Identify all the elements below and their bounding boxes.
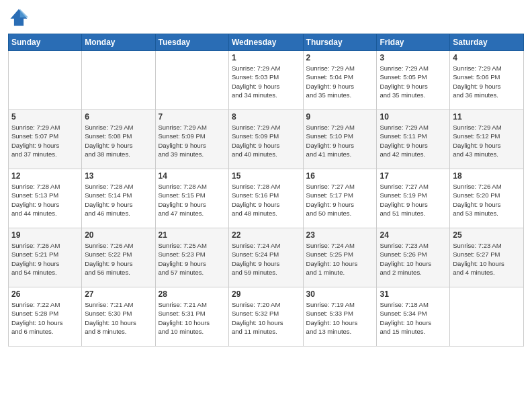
calendar-container: SundayMondayTuesdayWednesdayThursdayFrid… xyxy=(0,0,532,411)
day-info: Sunrise: 7:26 AM Sunset: 5:22 PM Dayligh… xyxy=(85,241,152,277)
day-info: Sunrise: 7:24 AM Sunset: 5:24 PM Dayligh… xyxy=(232,241,300,277)
day-number: 31 xyxy=(380,289,447,299)
day-info: Sunrise: 7:28 AM Sunset: 5:15 PM Dayligh… xyxy=(159,182,226,218)
day-number: 9 xyxy=(306,112,374,122)
day-number: 7 xyxy=(159,112,226,122)
day-info: Sunrise: 7:29 AM Sunset: 5:07 PM Dayligh… xyxy=(11,123,79,158)
calendar-cell: 30Sunrise: 7:19 AM Sunset: 5:33 PM Dayli… xyxy=(303,287,377,347)
day-info: Sunrise: 7:29 AM Sunset: 5:10 PM Dayligh… xyxy=(306,123,374,158)
day-info: Sunrise: 7:24 AM Sunset: 5:25 PM Dayligh… xyxy=(306,241,374,277)
calendar-cell: 23Sunrise: 7:24 AM Sunset: 5:25 PM Dayli… xyxy=(303,228,377,287)
day-number: 21 xyxy=(159,230,226,240)
day-info: Sunrise: 7:22 AM Sunset: 5:28 PM Dayligh… xyxy=(11,300,79,336)
weekday-header-row: SundayMondayTuesdayWednesdayThursdayFrid… xyxy=(9,34,524,51)
day-info: Sunrise: 7:29 AM Sunset: 5:11 PM Dayligh… xyxy=(380,123,447,158)
calendar-cell: 12Sunrise: 7:28 AM Sunset: 5:13 PM Dayli… xyxy=(9,169,82,228)
calendar-cell: 10Sunrise: 7:29 AM Sunset: 5:11 PM Dayli… xyxy=(377,110,450,169)
day-number: 3 xyxy=(380,53,447,62)
calendar-cell: 19Sunrise: 7:26 AM Sunset: 5:21 PM Dayli… xyxy=(9,228,82,287)
calendar-cell: 31Sunrise: 7:18 AM Sunset: 5:34 PM Dayli… xyxy=(377,287,450,347)
day-number: 27 xyxy=(85,289,152,299)
day-info: Sunrise: 7:28 AM Sunset: 5:16 PM Dayligh… xyxy=(232,182,300,218)
day-number: 16 xyxy=(306,171,374,181)
day-number: 19 xyxy=(11,230,79,240)
day-info: Sunrise: 7:29 AM Sunset: 5:08 PM Dayligh… xyxy=(85,123,152,158)
day-info: Sunrise: 7:29 AM Sunset: 5:03 PM Dayligh… xyxy=(232,64,300,99)
calendar-cell: 27Sunrise: 7:21 AM Sunset: 5:30 PM Dayli… xyxy=(82,287,155,347)
day-info: Sunrise: 7:26 AM Sunset: 5:21 PM Dayligh… xyxy=(11,241,79,277)
weekday-header: Wednesday xyxy=(228,34,303,51)
day-info: Sunrise: 7:19 AM Sunset: 5:33 PM Dayligh… xyxy=(306,300,374,336)
calendar-cell: 3Sunrise: 7:29 AM Sunset: 5:05 PM Daylig… xyxy=(377,51,450,110)
calendar-cell: 13Sunrise: 7:28 AM Sunset: 5:14 PM Dayli… xyxy=(82,169,155,228)
calendar-cell xyxy=(82,51,155,110)
calendar-week-row: 5Sunrise: 7:29 AM Sunset: 5:07 PM Daylig… xyxy=(9,110,524,169)
calendar-cell: 22Sunrise: 7:24 AM Sunset: 5:24 PM Dayli… xyxy=(228,228,303,287)
day-number: 24 xyxy=(380,230,447,240)
weekday-header: Saturday xyxy=(450,34,524,51)
day-number: 17 xyxy=(380,171,447,181)
day-info: Sunrise: 7:28 AM Sunset: 5:14 PM Dayligh… xyxy=(85,182,152,218)
calendar-cell: 5Sunrise: 7:29 AM Sunset: 5:07 PM Daylig… xyxy=(9,110,82,169)
calendar-week-row: 12Sunrise: 7:28 AM Sunset: 5:13 PM Dayli… xyxy=(9,169,524,228)
calendar-cell: 14Sunrise: 7:28 AM Sunset: 5:15 PM Dayli… xyxy=(155,169,228,228)
day-info: Sunrise: 7:28 AM Sunset: 5:13 PM Dayligh… xyxy=(11,182,79,218)
day-number: 4 xyxy=(453,53,521,62)
day-number: 8 xyxy=(232,112,300,122)
svg-marker-1 xyxy=(20,9,28,17)
calendar-cell: 1Sunrise: 7:29 AM Sunset: 5:03 PM Daylig… xyxy=(228,51,303,110)
day-number: 2 xyxy=(306,53,374,62)
calendar-cell: 29Sunrise: 7:20 AM Sunset: 5:32 PM Dayli… xyxy=(228,287,303,347)
day-info: Sunrise: 7:29 AM Sunset: 5:09 PM Dayligh… xyxy=(159,123,226,158)
day-number: 6 xyxy=(85,112,152,122)
day-number: 13 xyxy=(85,171,152,181)
day-number: 29 xyxy=(232,289,300,299)
day-info: Sunrise: 7:27 AM Sunset: 5:17 PM Dayligh… xyxy=(306,182,374,218)
day-info: Sunrise: 7:27 AM Sunset: 5:19 PM Dayligh… xyxy=(380,182,447,218)
day-info: Sunrise: 7:21 AM Sunset: 5:31 PM Dayligh… xyxy=(159,300,226,336)
calendar-cell: 18Sunrise: 7:26 AM Sunset: 5:20 PM Dayli… xyxy=(450,169,524,228)
weekday-header: Thursday xyxy=(303,34,377,51)
calendar-cell: 8Sunrise: 7:29 AM Sunset: 5:09 PM Daylig… xyxy=(228,110,303,169)
weekday-header: Tuesday xyxy=(155,34,228,51)
day-number: 14 xyxy=(159,171,226,181)
calendar-cell: 4Sunrise: 7:29 AM Sunset: 5:06 PM Daylig… xyxy=(450,51,524,110)
day-number: 26 xyxy=(11,289,79,299)
day-info: Sunrise: 7:26 AM Sunset: 5:20 PM Dayligh… xyxy=(453,182,521,218)
header xyxy=(8,7,524,28)
calendar-cell: 16Sunrise: 7:27 AM Sunset: 5:17 PM Dayli… xyxy=(303,169,377,228)
calendar-cell: 17Sunrise: 7:27 AM Sunset: 5:19 PM Dayli… xyxy=(377,169,450,228)
day-number: 22 xyxy=(232,230,300,240)
day-info: Sunrise: 7:20 AM Sunset: 5:32 PM Dayligh… xyxy=(232,300,300,336)
day-info: Sunrise: 7:29 AM Sunset: 5:04 PM Dayligh… xyxy=(306,64,374,99)
logo xyxy=(8,7,32,28)
calendar-cell: 25Sunrise: 7:23 AM Sunset: 5:27 PM Dayli… xyxy=(450,228,524,287)
day-info: Sunrise: 7:18 AM Sunset: 5:34 PM Dayligh… xyxy=(380,300,447,336)
calendar-cell xyxy=(155,51,228,110)
calendar-cell: 7Sunrise: 7:29 AM Sunset: 5:09 PM Daylig… xyxy=(155,110,228,169)
day-number: 20 xyxy=(85,230,152,240)
calendar-cell xyxy=(450,287,524,347)
day-info: Sunrise: 7:23 AM Sunset: 5:27 PM Dayligh… xyxy=(453,241,521,277)
calendar-cell: 2Sunrise: 7:29 AM Sunset: 5:04 PM Daylig… xyxy=(303,51,377,110)
calendar-week-row: 1Sunrise: 7:29 AM Sunset: 5:03 PM Daylig… xyxy=(9,51,524,110)
day-number: 1 xyxy=(232,53,300,62)
day-info: Sunrise: 7:29 AM Sunset: 5:06 PM Dayligh… xyxy=(453,64,521,99)
day-info: Sunrise: 7:25 AM Sunset: 5:23 PM Dayligh… xyxy=(159,241,226,277)
day-number: 11 xyxy=(453,112,521,122)
day-info: Sunrise: 7:29 AM Sunset: 5:12 PM Dayligh… xyxy=(453,123,521,158)
calendar-cell: 21Sunrise: 7:25 AM Sunset: 5:23 PM Dayli… xyxy=(155,228,228,287)
calendar-cell: 24Sunrise: 7:23 AM Sunset: 5:26 PM Dayli… xyxy=(377,228,450,287)
day-info: Sunrise: 7:21 AM Sunset: 5:30 PM Dayligh… xyxy=(85,300,152,336)
calendar-cell: 26Sunrise: 7:22 AM Sunset: 5:28 PM Dayli… xyxy=(9,287,82,347)
day-number: 10 xyxy=(380,112,447,122)
day-number: 25 xyxy=(453,230,521,240)
calendar-cell xyxy=(9,51,82,110)
day-number: 30 xyxy=(306,289,374,299)
calendar-cell: 15Sunrise: 7:28 AM Sunset: 5:16 PM Dayli… xyxy=(228,169,303,228)
day-number: 5 xyxy=(11,112,79,122)
calendar-table: SundayMondayTuesdayWednesdayThursdayFrid… xyxy=(8,34,524,347)
calendar-cell: 9Sunrise: 7:29 AM Sunset: 5:10 PM Daylig… xyxy=(303,110,377,169)
day-number: 15 xyxy=(232,171,300,181)
logo-icon xyxy=(8,7,30,28)
